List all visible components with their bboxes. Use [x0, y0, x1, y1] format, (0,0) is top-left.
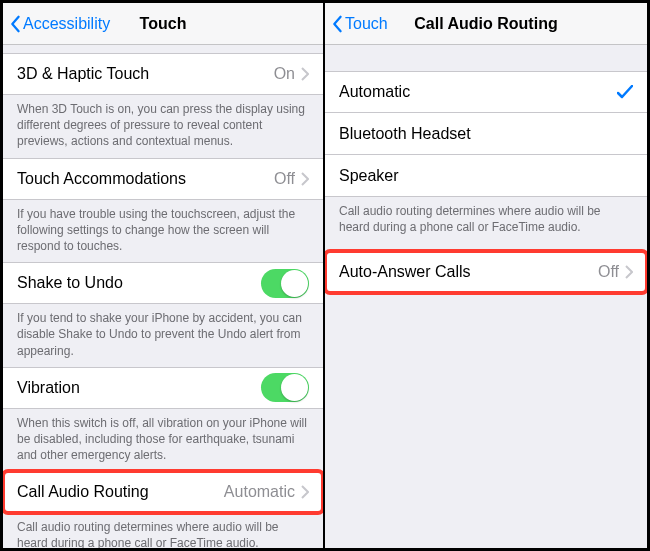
- row-label: Vibration: [17, 379, 261, 397]
- row-value: Off: [598, 263, 619, 281]
- row-label: Shake to Undo: [17, 274, 261, 292]
- option-label: Automatic: [339, 83, 617, 101]
- row-value: On: [274, 65, 295, 83]
- row-touch-accommodations[interactable]: Touch Accommodations Off: [3, 158, 323, 200]
- back-button[interactable]: Touch: [331, 3, 388, 44]
- call-audio-routing-pane: Touch Call Audio Routing Automatic Bluet…: [325, 1, 649, 550]
- back-label: Accessibility: [23, 15, 110, 33]
- option-bluetooth-headset[interactable]: Bluetooth Headset: [325, 113, 647, 155]
- chevron-right-icon: [625, 265, 633, 279]
- navbar: Touch Call Audio Routing: [325, 3, 647, 45]
- back-label: Touch: [345, 15, 388, 33]
- vibration-switch[interactable]: [261, 373, 309, 402]
- chevron-right-icon: [301, 172, 309, 186]
- row-label: Touch Accommodations: [17, 170, 274, 188]
- option-speaker[interactable]: Speaker: [325, 155, 647, 197]
- row-label: Auto-Answer Calls: [339, 263, 598, 281]
- touch-settings-pane: Accessibility Touch 3D & Haptic Touch On…: [1, 1, 325, 550]
- page-title: Call Audio Routing: [414, 15, 557, 33]
- footer-options: Call audio routing determines where audi…: [325, 197, 647, 243]
- scroll-area[interactable]: Automatic Bluetooth Headset Speaker Call…: [325, 45, 647, 548]
- chevron-right-icon: [301, 485, 309, 499]
- scroll-area[interactable]: 3D & Haptic Touch On When 3D Touch is on…: [3, 45, 323, 548]
- chevron-left-icon: [9, 15, 21, 33]
- option-label: Bluetooth Headset: [339, 125, 633, 143]
- row-3d-haptic-touch[interactable]: 3D & Haptic Touch On: [3, 53, 323, 95]
- chevron-right-icon: [301, 67, 309, 81]
- chevron-left-icon: [331, 15, 343, 33]
- row-call-audio-routing[interactable]: Call Audio Routing Automatic: [3, 471, 323, 513]
- row-label: 3D & Haptic Touch: [17, 65, 274, 83]
- row-auto-answer-calls[interactable]: Auto-Answer Calls Off: [325, 251, 647, 293]
- footer-shake: If you tend to shake your iPhone by acci…: [3, 304, 323, 367]
- row-label: Call Audio Routing: [17, 483, 224, 501]
- back-button[interactable]: Accessibility: [9, 3, 110, 44]
- shake-to-undo-switch[interactable]: [261, 269, 309, 298]
- row-vibration[interactable]: Vibration: [3, 367, 323, 409]
- option-automatic[interactable]: Automatic: [325, 71, 647, 113]
- row-value: Automatic: [224, 483, 295, 501]
- footer-3d-haptic: When 3D Touch is on, you can press the d…: [3, 95, 323, 158]
- navbar: Accessibility Touch: [3, 3, 323, 45]
- row-shake-to-undo[interactable]: Shake to Undo: [3, 262, 323, 304]
- checkmark-icon: [617, 85, 633, 99]
- option-label: Speaker: [339, 167, 633, 185]
- footer-routing: Call audio routing determines where audi…: [3, 513, 323, 548]
- row-value: Off: [274, 170, 295, 188]
- footer-accommodations: If you have trouble using the touchscree…: [3, 200, 323, 263]
- footer-vibration: When this switch is off, all vibration o…: [3, 409, 323, 472]
- page-title: Touch: [140, 15, 187, 33]
